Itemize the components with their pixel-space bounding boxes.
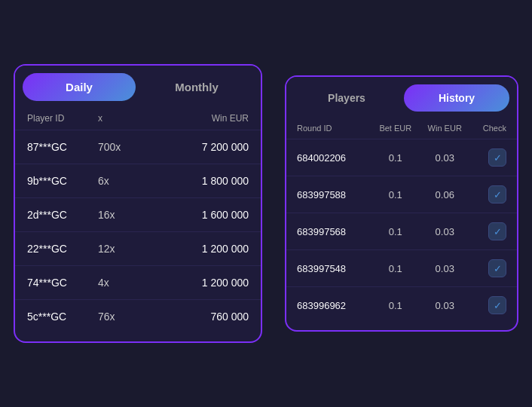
multiplier-value: 700x	[98, 141, 158, 153]
left-table-body: 87***GC 700x 7 200 000 9b***GC 6x 1 800 …	[15, 130, 261, 333]
tab-history[interactable]: History	[404, 84, 509, 112]
table-row: 74***GC 4x 1 200 000	[15, 265, 261, 299]
left-table-header: Player ID x Win EUR	[15, 107, 261, 130]
multiplier-value: 4x	[98, 277, 158, 289]
check-cell: ✓	[469, 222, 506, 240]
round-id: 683997548	[297, 263, 371, 274]
header-player-id: Player ID	[27, 113, 98, 124]
tab-monthly[interactable]: Monthly	[140, 73, 253, 101]
round-id: 684002206	[297, 152, 371, 164]
table-row: 87***GC 700x 7 200 000	[15, 130, 261, 164]
right-panel: Players History Round ID Bet EUR Win EUR…	[285, 75, 518, 332]
table-row: 9b***GC 6x 1 800 000	[15, 164, 261, 197]
table-row: 5c***GC 76x 760 000	[15, 299, 261, 333]
check-icon[interactable]: ✓	[488, 259, 506, 277]
header-check: Check	[469, 124, 506, 133]
table-row: 22***GC 12x 1 200 000	[15, 231, 261, 265]
player-id: 74***GC	[27, 277, 98, 289]
player-id: 87***GC	[27, 141, 98, 153]
round-id: 683997588	[297, 189, 371, 200]
table-row: 683997588 0.1 0.06 ✓	[286, 176, 517, 213]
multiplier-value: 6x	[98, 175, 158, 187]
table-row: 2d***GC 16x 1 600 000	[15, 197, 261, 231]
header-multiplier: x	[98, 113, 158, 124]
win-value: 1 200 000	[158, 277, 249, 289]
table-row: 684002206 0.1 0.03 ✓	[286, 139, 517, 176]
right-table-header: Round ID Bet EUR Win EUR Check	[286, 118, 517, 139]
win-value: 1 800 000	[158, 175, 249, 187]
player-id: 2d***GC	[27, 209, 98, 221]
tab-players[interactable]: Players	[294, 84, 399, 112]
win-value: 7 200 000	[158, 141, 249, 153]
right-table-body: 684002206 0.1 0.03 ✓ 683997588 0.1 0.06 …	[286, 139, 517, 323]
win-value: 0.03	[420, 226, 469, 237]
header-round-id: Round ID	[297, 124, 371, 133]
win-value: 1 200 000	[158, 243, 249, 255]
player-id: 9b***GC	[27, 175, 98, 187]
check-icon[interactable]: ✓	[488, 185, 506, 204]
player-id: 22***GC	[27, 243, 98, 255]
round-id: 683996962	[297, 300, 371, 311]
bet-value: 0.1	[371, 226, 420, 237]
win-value: 1 600 000	[158, 209, 249, 221]
win-value: 0.03	[420, 300, 469, 311]
bet-value: 0.1	[371, 152, 420, 164]
multiplier-value: 76x	[98, 311, 158, 323]
multiplier-value: 16x	[98, 209, 158, 221]
left-tab-bar: Daily Monthly	[15, 66, 261, 107]
win-value: 0.03	[420, 263, 469, 274]
tab-daily[interactable]: Daily	[23, 73, 136, 101]
check-cell: ✓	[469, 148, 506, 167]
check-icon[interactable]: ✓	[488, 222, 506, 240]
check-cell: ✓	[469, 259, 506, 277]
bet-value: 0.1	[371, 189, 420, 200]
header-bet-eur: Bet EUR	[371, 124, 420, 133]
header-win-eur: Win EUR	[158, 113, 249, 124]
player-id: 5c***GC	[27, 311, 98, 323]
table-row: 683996962 0.1 0.03 ✓	[286, 286, 517, 323]
round-id: 683997568	[297, 226, 371, 237]
header-win-eur-right: Win EUR	[420, 124, 469, 133]
check-icon[interactable]: ✓	[488, 148, 506, 167]
bet-value: 0.1	[371, 263, 420, 274]
win-value: 0.03	[420, 152, 469, 164]
bet-value: 0.1	[371, 300, 420, 311]
table-row: 683997548 0.1 0.03 ✓	[286, 249, 517, 286]
win-value: 0.06	[420, 189, 469, 200]
multiplier-value: 12x	[98, 243, 158, 255]
check-cell: ✓	[469, 296, 506, 314]
check-icon[interactable]: ✓	[488, 296, 506, 314]
left-panel: Daily Monthly Player ID x Win EUR 87***G…	[14, 64, 262, 343]
win-value: 760 000	[158, 311, 249, 323]
check-cell: ✓	[469, 185, 506, 204]
right-tab-bar: Players History	[286, 77, 517, 118]
table-row: 683997568 0.1 0.03 ✓	[286, 213, 517, 249]
